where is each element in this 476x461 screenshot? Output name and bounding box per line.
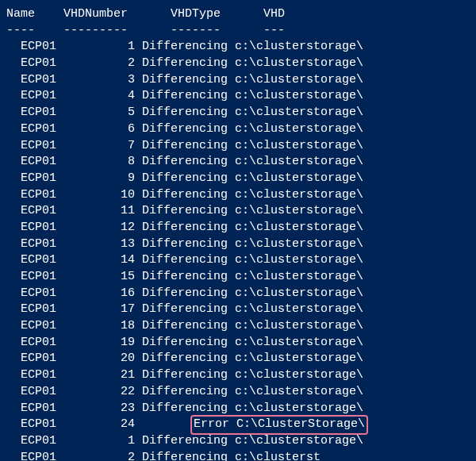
cell-vhd: c:\clusterstorage\ bbox=[235, 237, 363, 251]
powershell-console: Name VHDNumber VHDType VHD---- ---------… bbox=[6, 6, 470, 461]
cell-name: ECP01 bbox=[21, 56, 63, 70]
cell-vhdtype: Differencing bbox=[142, 319, 235, 332]
cell-vhdnumber: 1 bbox=[63, 40, 142, 53]
cell-vhdnumber: 12 bbox=[63, 221, 142, 234]
table-row: ECP01 21 Differencing c:\clusterstorage\ bbox=[6, 367, 470, 384]
cell-vhd: c:\clusterstorage\ bbox=[235, 401, 363, 415]
cell-vhdtype: Differencing bbox=[142, 221, 235, 234]
cell-vhd: c:\clusterstorage\ bbox=[235, 204, 363, 217]
cell-vhdnumber: 10 bbox=[63, 188, 142, 202]
cell-name: ECP01 bbox=[21, 451, 63, 461]
cell-vhd: c:\clusterstorage\ bbox=[235, 40, 363, 53]
cell-vhdtype: Differencing bbox=[142, 122, 235, 136]
cell-vhdtype: Differencing bbox=[142, 237, 235, 251]
cell-name: ECP01 bbox=[21, 368, 63, 382]
cell-vhdnumber: 1 bbox=[63, 434, 142, 448]
cell-vhdtype: Differencing bbox=[142, 302, 235, 316]
cell-vhdtype: Differencing bbox=[142, 106, 235, 119]
cell-vhdtype: Differencing bbox=[142, 171, 235, 185]
cell-vhd: c:\clusterstorage\ bbox=[235, 139, 363, 152]
cell-name: ECP01 bbox=[21, 237, 63, 251]
cell-vhdtype: Differencing bbox=[142, 352, 235, 365]
cell-name: ECP01 bbox=[21, 352, 63, 365]
cell-name: ECP01 bbox=[21, 270, 63, 283]
table-row: ECP01 18 Differencing c:\clusterstorage\ bbox=[6, 318, 470, 335]
table-row: ECP01 2 Differencing c:\clusterstorage\ bbox=[6, 56, 470, 72]
cell-vhdnumber: 22 bbox=[63, 385, 142, 398]
cell-vhdtype: Differencing bbox=[142, 40, 235, 53]
cell-vhdtype: Differencing bbox=[142, 434, 235, 448]
cell-vhdnumber: 6 bbox=[63, 122, 142, 136]
cell-vhdnumber: 21 bbox=[63, 368, 142, 382]
error-highlight: Error C:\ClusterStorage\ bbox=[190, 415, 368, 435]
cell-vhd: c:\clusterstorage\ bbox=[235, 319, 363, 332]
table-row: ECP01 12 Differencing c:\clusterstorage\ bbox=[6, 220, 470, 236]
cell-vhdtype: Differencing bbox=[142, 56, 235, 70]
table-header: Name VHDNumber VHDType VHD bbox=[6, 6, 470, 23]
table-row: ECP01 4 Differencing c:\clusterstorage\ bbox=[6, 88, 470, 105]
cell-vhdtype: Differencing bbox=[142, 336, 235, 349]
table-row: ECP01 16 Differencing c:\clusterstorage\ bbox=[6, 286, 470, 302]
cell-name: ECP01 bbox=[21, 171, 63, 185]
cell-vhdnumber: 15 bbox=[63, 270, 142, 283]
table-row: ECP01 9 Differencing c:\clusterstorage\ bbox=[6, 171, 470, 187]
cell-vhdtype: Differencing bbox=[142, 188, 235, 202]
table-row: ECP01 24 Error C:\ClusterStorage\ bbox=[6, 417, 470, 433]
cell-vhd: c:\clusterstorage\ bbox=[235, 368, 363, 382]
cell-vhdtype: Differencing bbox=[142, 286, 235, 300]
cell-vhd: c:\clusterst bbox=[235, 451, 321, 461]
cell-vhdnumber: 11 bbox=[63, 204, 142, 217]
cell-vhdnumber: 5 bbox=[63, 106, 142, 119]
table-row: ECP01 20 Differencing c:\clusterstorage\ bbox=[6, 351, 470, 367]
table-row: ECP01 3 Differencing c:\clusterstorage\ bbox=[6, 72, 470, 89]
table-row: ECP01 1 Differencing c:\clusterstorage\ bbox=[6, 433, 470, 450]
cell-vhdtype: Differencing bbox=[142, 270, 235, 283]
cell-vhdtype: Differencing bbox=[142, 204, 235, 217]
table-row: ECP01 15 Differencing c:\clusterstorage\ bbox=[6, 269, 470, 286]
cell-vhdnumber: 2 bbox=[63, 451, 142, 461]
cell-vhd: c:\clusterstorage\ bbox=[235, 56, 363, 70]
cell-name: ECP01 bbox=[21, 286, 63, 300]
cell-name: ECP01 bbox=[21, 204, 63, 217]
cell-name: ECP01 bbox=[21, 155, 63, 168]
cell-vhd: c:\clusterstorage\ bbox=[235, 221, 363, 234]
cell-vhdnumber: 20 bbox=[63, 352, 142, 365]
cell-vhd: c:\clusterstorage\ bbox=[235, 155, 363, 168]
cell-vhdnumber: 16 bbox=[63, 286, 142, 300]
cell-vhdnumber: 9 bbox=[63, 171, 142, 185]
cell-vhdnumber: 18 bbox=[63, 319, 142, 332]
cell-vhdnumber: 13 bbox=[63, 237, 142, 251]
cell-vhdnumber: 3 bbox=[63, 73, 142, 86]
cell-vhd: c:\clusterstorage\ bbox=[235, 106, 363, 119]
cell-name: ECP01 bbox=[21, 401, 63, 415]
cell-vhdtype: Differencing bbox=[142, 89, 235, 102]
cell-vhdtype: Differencing bbox=[142, 451, 235, 461]
cell-vhdtype: Differencing bbox=[142, 401, 235, 415]
cell-vhd: c:\clusterstorage\ bbox=[235, 188, 363, 202]
cell-vhd: c:\clusterstorage\ bbox=[235, 89, 363, 102]
cell-name: ECP01 bbox=[21, 319, 63, 332]
cell-name: ECP01 bbox=[21, 417, 63, 431]
cell-name: ECP01 bbox=[21, 336, 63, 349]
cell-vhd: c:\clusterstorage\ bbox=[235, 385, 363, 398]
cell-name: ECP01 bbox=[21, 40, 63, 53]
cell-name: ECP01 bbox=[21, 89, 63, 102]
cell-vhd: c:\clusterstorage\ bbox=[235, 73, 363, 86]
cell-vhdtype: Differencing bbox=[142, 155, 235, 168]
cell-name: ECP01 bbox=[21, 434, 63, 448]
cell-vhdtype: Differencing bbox=[142, 385, 235, 398]
table-row: ECP01 5 Differencing c:\clusterstorage\ bbox=[6, 105, 470, 121]
table-row: ECP01 14 Differencing c:\clusterstorage\ bbox=[6, 252, 470, 269]
table-row: ECP01 13 Differencing c:\clusterstorage\ bbox=[6, 236, 470, 253]
cell-name: ECP01 bbox=[21, 122, 63, 136]
cell-name: ECP01 bbox=[21, 73, 63, 86]
table-row: ECP01 2 Differencing c:\clusterst bbox=[6, 450, 470, 461]
cell-vhdtype: Differencing bbox=[142, 368, 235, 382]
cell-vhdnumber: 17 bbox=[63, 302, 142, 316]
table-row: ECP01 1 Differencing c:\clusterstorage\ bbox=[6, 39, 470, 56]
cell-vhdnumber: 19 bbox=[63, 336, 142, 349]
cell-vhdnumber: 2 bbox=[63, 56, 142, 70]
cell-vhd: c:\clusterstorage\ bbox=[235, 302, 363, 316]
cell-name: ECP01 bbox=[21, 139, 63, 152]
table-row: ECP01 22 Differencing c:\clusterstorage\ bbox=[6, 384, 470, 401]
